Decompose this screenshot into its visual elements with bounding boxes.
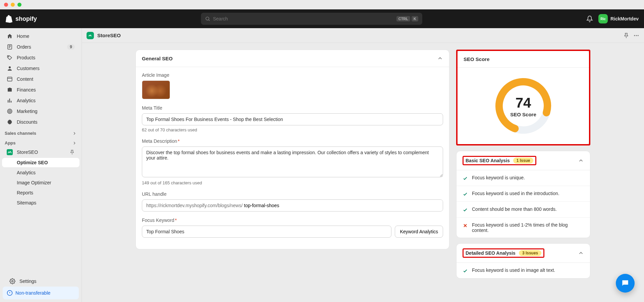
minimize-window-icon[interactable] xyxy=(11,3,15,7)
nav-label: Products xyxy=(17,55,35,60)
target-icon xyxy=(7,108,13,114)
check-icon xyxy=(463,176,468,181)
meta-description-input[interactable] xyxy=(142,146,443,177)
subnav-image-optimizer[interactable]: Image Optimizer xyxy=(2,178,79,187)
seo-score-gauge: 74 SEO Score xyxy=(493,76,553,136)
header-right: Ric RickMortdev xyxy=(586,14,639,23)
kbd-ctrl: CTRL xyxy=(396,16,410,21)
url-slug-input[interactable] xyxy=(243,200,443,211)
detailed-seo-header[interactable]: Detailed SEO Analysis 3 Issues xyxy=(457,244,590,263)
chat-icon xyxy=(621,279,630,288)
detailed-seo-title: Detailed SEO Analysis xyxy=(466,250,516,256)
apps-section[interactable]: Apps xyxy=(0,137,82,147)
sidebar: Home Orders 9 Products Customers Content… xyxy=(0,28,82,302)
global-search[interactable]: CTRL K xyxy=(201,13,422,25)
discount-icon xyxy=(7,119,13,125)
nav-customers[interactable]: Customers xyxy=(2,63,79,73)
chat-fab[interactable] xyxy=(616,274,635,293)
url-handle-label: URL handle xyxy=(142,191,443,197)
pin-icon[interactable] xyxy=(69,149,75,155)
url-handle-row: https://rickmortdev.myshopify.com/blogs/… xyxy=(142,199,443,212)
article-image-field: Article Image xyxy=(142,72,443,99)
more-icon[interactable] xyxy=(633,33,639,39)
sales-channels-section[interactable]: Sales channels xyxy=(0,127,82,137)
search-icon xyxy=(205,16,210,21)
basic-seo-header[interactable]: Basic SEO Analysis 1 Issue xyxy=(457,151,590,170)
nav-products[interactable]: Products xyxy=(2,53,79,63)
seo-score-value: 74 xyxy=(516,95,531,111)
orders-icon xyxy=(7,44,13,50)
nav-finances[interactable]: Finances xyxy=(2,85,79,95)
article-image-thumbnail[interactable] xyxy=(142,80,170,99)
meta-description-label: Meta Description* xyxy=(142,138,443,144)
nav-analytics[interactable]: Analytics xyxy=(2,96,79,106)
svg-point-12 xyxy=(636,35,637,36)
nav-content[interactable]: Content xyxy=(2,74,79,84)
nav-label: Discounts xyxy=(17,119,37,125)
app-label: StoreSEO xyxy=(17,149,38,155)
seo-score-label: SEO Score xyxy=(510,112,536,117)
maximize-window-icon[interactable] xyxy=(17,3,21,7)
nav-marketing[interactable]: Marketing xyxy=(2,106,79,116)
svg-point-3 xyxy=(9,66,11,68)
url-prefix: https://rickmortdev.myshopify.com/blogs/… xyxy=(142,200,243,211)
svg-point-11 xyxy=(634,35,635,36)
detailed-seo-highlight-frame: Detailed SEO Analysis 3 Issues xyxy=(463,248,544,258)
general-seo-card: General SEO Article Image Meta Title 62 … xyxy=(136,50,449,249)
meta-title-helper: 62 out of 70 characters used xyxy=(142,127,443,132)
finances-icon xyxy=(7,87,13,93)
orders-badge: 9 xyxy=(67,44,75,50)
search-input[interactable] xyxy=(213,16,396,21)
check-icon xyxy=(463,268,468,274)
section-label: Apps xyxy=(5,140,16,145)
svg-point-13 xyxy=(638,35,639,36)
keyword-analytics-button[interactable]: Keyword Analytics xyxy=(395,226,443,238)
home-icon xyxy=(7,33,13,39)
basic-seo-row: Focus keyword is unique. xyxy=(457,170,590,186)
user-menu[interactable]: Ric RickMortdev xyxy=(598,14,639,23)
subnav-sitemaps[interactable]: Sitemaps xyxy=(2,198,79,207)
close-window-icon[interactable] xyxy=(4,3,8,7)
pin-page-icon[interactable] xyxy=(623,33,629,39)
focus-keyword-input[interactable] xyxy=(142,226,391,238)
nav-orders[interactable]: Orders 9 xyxy=(2,42,79,52)
nav-label: Content xyxy=(17,76,33,82)
detailed-seo-card: Detailed SEO Analysis 3 Issues Focus key… xyxy=(456,243,590,279)
subnav-label: Sitemaps xyxy=(17,200,36,205)
shopify-logo[interactable]: shopify xyxy=(5,15,37,23)
issue-text: Content should be more than 800 words. xyxy=(472,206,557,212)
basic-seo-issue-pill: 1 Issue xyxy=(513,158,534,164)
detailed-seo-issue-pill: 3 Issues xyxy=(519,250,541,256)
seo-score-header: SEO Score xyxy=(458,51,589,68)
window-chrome xyxy=(0,0,644,9)
meta-title-input[interactable] xyxy=(142,113,443,125)
svg-point-0 xyxy=(206,17,209,20)
analytics-icon xyxy=(7,98,13,104)
avatar: Ric xyxy=(598,14,608,23)
subnav-label: Image Optimizer xyxy=(17,180,51,185)
non-transferable-banner[interactable]: Non-transferable xyxy=(3,287,79,299)
subnav-optimize-seo[interactable]: Optimize SEO xyxy=(2,158,79,167)
basic-seo-highlight-frame: Basic SEO Analysis 1 Issue xyxy=(463,156,536,165)
search-shortcut: CTRL K xyxy=(396,16,418,21)
chevron-up-icon xyxy=(578,158,584,164)
meta-title-label: Meta Title xyxy=(142,105,443,111)
general-seo-header[interactable]: General SEO xyxy=(136,50,449,67)
app-storeseo[interactable]: StoreSEO xyxy=(2,147,79,157)
subnav-reports[interactable]: Reports xyxy=(2,188,79,197)
main: StoreSEO General SEO Article Image xyxy=(82,28,644,302)
issue-text: Focus keyword is unique. xyxy=(472,175,525,180)
nav-label: Orders xyxy=(17,44,31,50)
nav-home[interactable]: Home xyxy=(2,31,79,41)
subnav-analytics[interactable]: Analytics xyxy=(2,168,79,177)
meta-description-field: Meta Description* 149 out of 165 charact… xyxy=(142,138,443,185)
chevron-right-icon xyxy=(72,131,77,136)
gear-icon xyxy=(9,278,15,284)
chevron-up-icon xyxy=(437,55,443,61)
shopify-bag-icon xyxy=(5,15,13,23)
page-header: StoreSEO xyxy=(82,28,644,43)
nav-settings[interactable]: Settings xyxy=(5,276,77,286)
notifications-icon[interactable] xyxy=(586,15,593,22)
nav-discounts[interactable]: Discounts xyxy=(2,117,79,127)
section-label: Sales channels xyxy=(5,131,36,136)
